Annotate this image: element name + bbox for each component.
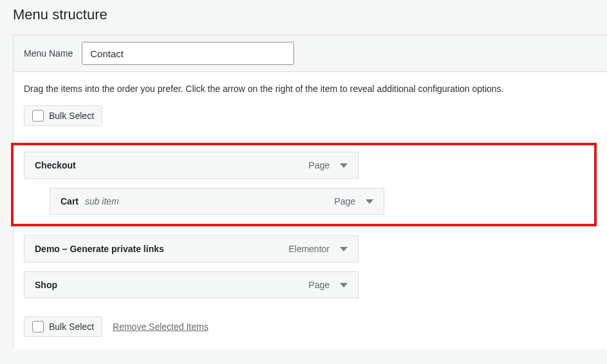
- menu-item-checkout[interactable]: Checkout Page: [24, 152, 359, 179]
- menu-name-input[interactable]: [82, 42, 294, 65]
- menu-item-cart[interactable]: Cart sub item Page: [50, 188, 384, 215]
- highlight-box: Checkout Page Cart sub item Page: [11, 143, 597, 226]
- menu-item-type: Page: [308, 280, 330, 290]
- menu-item-demo[interactable]: Demo – Generate private links Elementor: [24, 235, 359, 262]
- page-title: Menu structure: [13, 6, 594, 23]
- chevron-down-icon[interactable]: [340, 283, 348, 287]
- bulk-select-label: Bulk Select: [49, 111, 94, 121]
- menu-name-row: Menu Name: [14, 35, 607, 72]
- sub-item-label: sub item: [85, 196, 119, 206]
- bulk-select-label: Bulk Select: [49, 322, 94, 332]
- menu-item-title: Shop: [35, 280, 57, 290]
- menu-item-title: Checkout: [35, 160, 76, 170]
- bulk-select-button-bottom[interactable]: Bulk Select: [24, 316, 102, 337]
- menu-item-type: Page: [308, 160, 330, 170]
- checkbox-icon: [32, 110, 44, 122]
- menu-item-type: Elementor: [288, 244, 330, 254]
- chevron-down-icon[interactable]: [366, 199, 373, 204]
- bulk-select-button[interactable]: Bulk Select: [24, 105, 102, 126]
- menu-item-shop[interactable]: Shop Page: [24, 271, 359, 298]
- remove-selected-link[interactable]: Remove Selected Items: [113, 322, 209, 332]
- checkbox-icon: [32, 321, 44, 332]
- help-text: Drag the items into the order you prefer…: [24, 84, 597, 94]
- menu-item-type: Page: [334, 196, 355, 206]
- menu-name-label: Menu Name: [24, 48, 73, 59]
- chevron-down-icon[interactable]: [340, 163, 348, 168]
- chevron-down-icon[interactable]: [340, 247, 348, 251]
- menu-item-title: Cart: [61, 196, 79, 206]
- menu-item-title: Demo – Generate private links: [35, 244, 164, 254]
